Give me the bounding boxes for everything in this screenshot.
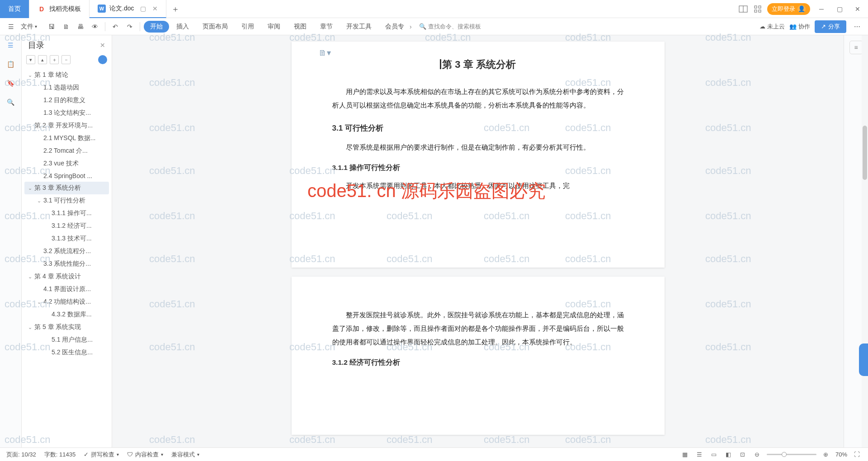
outline-item[interactable]: 2.2 Tomcat 介... bbox=[24, 145, 109, 157]
cloud-icon: ☁ bbox=[760, 23, 765, 30]
ribbon-tab-4[interactable]: 审阅 bbox=[261, 18, 287, 35]
outline-item[interactable]: 5.1 用户信息... bbox=[24, 334, 109, 346]
outline-rail-icon[interactable]: ☰ bbox=[5, 40, 16, 51]
zoom-fit-icon[interactable]: ⊡ bbox=[738, 450, 748, 460]
view-read-icon[interactable]: ◧ bbox=[723, 450, 733, 460]
outline-item[interactable]: 3.1.1 操作可... bbox=[24, 207, 109, 220]
apps-icon[interactable] bbox=[753, 4, 763, 14]
ribbon-tab-2[interactable]: 页面布局 bbox=[196, 18, 234, 35]
clipboard-rail-icon[interactable]: 📋 bbox=[5, 59, 16, 70]
document-area[interactable]: 🗎▾ 第 3 章 系统分析 用户的需求以及与本系统相似的在市场上存在的其它系统可… bbox=[112, 35, 844, 447]
svg-rect-3 bbox=[759, 6, 761, 8]
ribbon-tab-7[interactable]: 开发工具 bbox=[340, 18, 378, 35]
outline-item[interactable]: 4.3.2 数据库... bbox=[24, 308, 109, 321]
redo-icon[interactable]: ↷ bbox=[123, 20, 136, 33]
zoom-thumb[interactable] bbox=[782, 452, 787, 457]
menu-icon[interactable]: ☰ bbox=[5, 20, 17, 33]
user-icon: 👤 bbox=[797, 5, 806, 13]
check-icon: ✓ bbox=[84, 451, 89, 458]
outline-item[interactable]: ⌄3.1 可行性分析 bbox=[24, 194, 109, 207]
ribbon-tab-5[interactable]: 视图 bbox=[288, 18, 313, 35]
layout-icon[interactable] bbox=[738, 4, 748, 14]
outline-item[interactable]: 3.1.2 经济可... bbox=[24, 220, 109, 232]
cloud-status[interactable]: ☁未上云 bbox=[760, 23, 785, 31]
outline-item[interactable]: 1.3 论文结构安... bbox=[24, 107, 109, 119]
collab-button[interactable]: 👥协作 bbox=[789, 23, 810, 31]
outline-item[interactable]: ⌄第 1 章 绪论 bbox=[24, 69, 109, 81]
ribbon-tab-8[interactable]: 会员专 bbox=[379, 18, 410, 35]
add-level-icon[interactable]: ＋ bbox=[50, 55, 59, 64]
ribbon-tab-6[interactable]: 章节 bbox=[314, 18, 339, 35]
tab-home[interactable]: 首页 bbox=[0, 0, 29, 18]
outline-item[interactable]: ⌄第 5 章 系统实现 bbox=[24, 321, 109, 334]
ribbon-tab-3[interactable]: 引用 bbox=[235, 18, 260, 35]
outline-item[interactable]: 5.2 医生信息... bbox=[24, 346, 109, 359]
outline-close-icon[interactable]: ✕ bbox=[100, 42, 105, 49]
outline-item[interactable]: 3.1.3 技术可... bbox=[24, 232, 109, 245]
zoom-slider[interactable] bbox=[767, 454, 816, 455]
file-menu[interactable]: 文件▾ bbox=[19, 18, 43, 35]
print-icon[interactable]: 🖶 bbox=[74, 20, 87, 33]
outline-item[interactable]: ⌄第 2 章 开发环境与... bbox=[24, 119, 109, 132]
template-icon: D bbox=[38, 5, 46, 13]
login-button[interactable]: 立即登录 👤 bbox=[767, 3, 810, 15]
zoom-out-icon[interactable]: ⊖ bbox=[752, 450, 762, 460]
remove-level-icon[interactable]: － bbox=[61, 55, 71, 64]
outline-item[interactable]: 4.1 界面设计原... bbox=[24, 283, 109, 296]
panel-toggle-icon[interactable]: ≡ bbox=[849, 41, 863, 54]
minimize-button[interactable]: ─ bbox=[815, 2, 828, 16]
outline-item[interactable]: 1.1 选题动因 bbox=[24, 81, 109, 94]
outline-toolbar: ▾ ▴ ＋ － bbox=[22, 53, 112, 69]
word-count[interactable]: 字数: 11435 bbox=[44, 451, 75, 459]
saveas-icon[interactable]: 🗎 bbox=[60, 20, 72, 33]
zoom-value[interactable]: 70% bbox=[835, 451, 847, 458]
undo-icon[interactable]: ↶ bbox=[109, 20, 122, 33]
tab-window-icon[interactable]: ▢ bbox=[140, 5, 146, 12]
command-search[interactable]: 🔍 查找命令、搜索模板 bbox=[419, 23, 481, 31]
outline-item[interactable]: 3.2 系统流程分... bbox=[24, 245, 109, 258]
content-check[interactable]: 🛡内容检查▾ bbox=[127, 451, 163, 459]
outline-item[interactable]: 1.2 目的和意义 bbox=[24, 94, 109, 107]
svg-rect-5 bbox=[759, 10, 761, 12]
outline-item[interactable]: ⌄第 3 章 系统分析 bbox=[24, 182, 109, 194]
zoom-in-icon[interactable]: ⊕ bbox=[821, 450, 831, 460]
side-tab-button[interactable] bbox=[859, 343, 868, 376]
outline-item[interactable]: 3.3 系统性能分... bbox=[24, 258, 109, 270]
expand-all-icon[interactable]: ▴ bbox=[38, 55, 47, 64]
body-paragraph: 用户的需求以及与本系统相似的在市场上存在的其它系统可以作为系统分析中参考的资料，… bbox=[332, 85, 624, 112]
page-doc-icon: 🗎▾ bbox=[319, 48, 331, 58]
compat-mode[interactable]: 兼容模式▾ bbox=[171, 451, 199, 459]
fullscreen-icon[interactable]: ⛶ bbox=[852, 450, 862, 460]
view-outline-icon[interactable]: ☰ bbox=[694, 450, 704, 460]
tab-templates[interactable]: D 找稻壳模板 bbox=[29, 0, 90, 18]
new-tab-button[interactable]: ＋ bbox=[166, 0, 184, 18]
ribbon-tab-0[interactable]: 开始 bbox=[144, 21, 169, 33]
body-paragraph: 尽管系统是根据用户的要求进行制作，但是在确定制作前，有必要分析其可行性。 bbox=[332, 141, 624, 154]
more-icon[interactable]: ⋯ bbox=[851, 20, 863, 33]
vertical-scrollbar[interactable] bbox=[862, 35, 868, 447]
left-rail: ☰ 📋 🔖 🔍 bbox=[0, 35, 22, 447]
scrollbar-thumb[interactable] bbox=[863, 126, 867, 180]
outline-settings-icon[interactable] bbox=[98, 55, 107, 64]
spell-check[interactable]: ✓拼写检查▾ bbox=[84, 451, 119, 459]
search-rail-icon[interactable]: 🔍 bbox=[5, 97, 16, 108]
outline-item[interactable]: 2.4 SpringBoot ... bbox=[24, 170, 109, 182]
tab-document[interactable]: W 论文.doc ▢ ✕ bbox=[90, 0, 166, 18]
tab-close-icon[interactable]: ✕ bbox=[152, 5, 158, 12]
save-icon[interactable]: 🖫 bbox=[45, 20, 58, 33]
outline-item[interactable]: ⌄4.2 功能结构设... bbox=[24, 296, 109, 308]
view-web-icon[interactable]: ▭ bbox=[709, 450, 719, 460]
view-print-icon[interactable]: ▦ bbox=[680, 450, 690, 460]
bookmark-rail-icon[interactable]: 🔖 bbox=[5, 78, 16, 89]
ribbon-tab-1[interactable]: 插入 bbox=[170, 18, 195, 35]
outline-item[interactable]: 2.1 MYSQL 数据... bbox=[24, 132, 109, 145]
outline-item[interactable]: ⌄第 4 章 系统设计 bbox=[24, 270, 109, 283]
preview-icon[interactable]: 👁 bbox=[89, 20, 101, 33]
outline-tree: ⌄第 1 章 绪论1.1 选题动因1.2 目的和意义1.3 论文结构安...⌄第… bbox=[22, 69, 112, 447]
page-indicator[interactable]: 页面: 10/32 bbox=[6, 451, 36, 459]
maximize-button[interactable]: ▢ bbox=[833, 2, 846, 16]
outline-item[interactable]: 2.3 vue 技术 bbox=[24, 157, 109, 170]
share-button[interactable]: ↗分享 bbox=[815, 20, 846, 33]
close-button[interactable]: ✕ bbox=[851, 2, 864, 16]
collapse-all-icon[interactable]: ▾ bbox=[26, 55, 35, 64]
